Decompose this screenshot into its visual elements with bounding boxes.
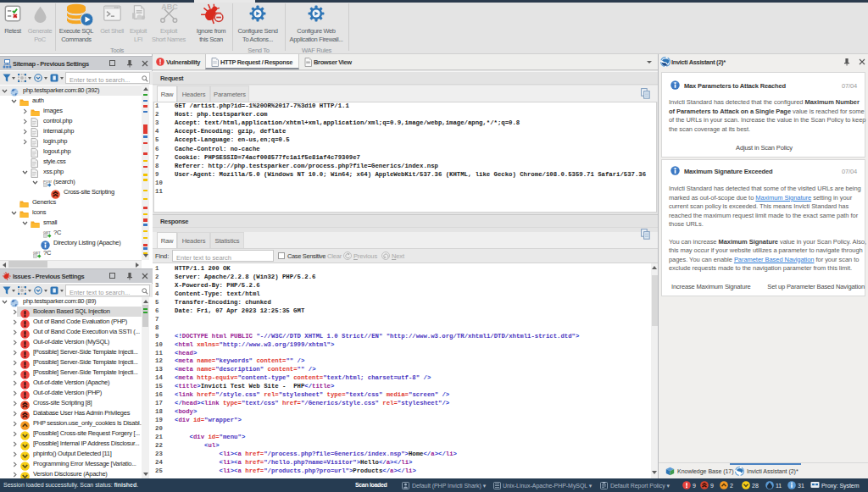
svg-text:GET: GET [43,230,51,235]
svg-text:POST: POST [43,180,52,184]
svg-text:GET: GET [33,251,41,255]
